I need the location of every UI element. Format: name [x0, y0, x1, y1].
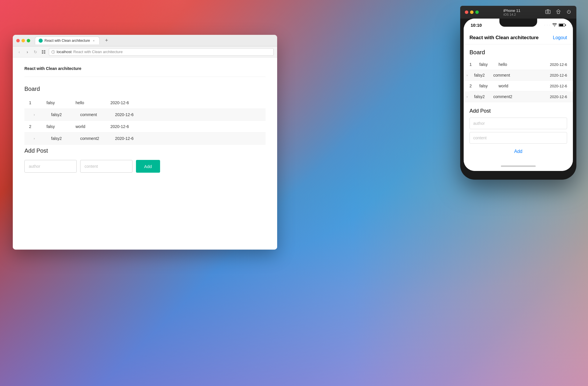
svg-rect-1 — [44, 50, 45, 52]
sim-device-os: iOS 14.2 — [503, 13, 521, 16]
row-author: falsy — [46, 124, 64, 129]
iphone-frame: 10:10 · · · — [460, 19, 576, 180]
simulator-titlebar: iPhone 11 iOS 14.2 — [460, 6, 576, 19]
add-post-button[interactable]: Add — [136, 160, 160, 173]
row-date: 2020-12-6 — [110, 124, 129, 129]
tab-title: React with Clean architecture — [44, 39, 90, 43]
table-row: › falsy2 comment 2020-12-6 — [464, 70, 573, 81]
add-post-title: Add Post — [24, 147, 266, 154]
browser-addressbar: ‹ › ↻ localhost React with Clean archite… — [13, 46, 277, 57]
wifi-icon — [552, 23, 557, 27]
app-content: Board 1 falsy hello 2020-12-6 › falsy2 c… — [464, 44, 573, 161]
svg-rect-7 — [557, 12, 560, 14]
sim-maximize-button[interactable] — [475, 10, 479, 14]
browser-content: React with Clean architecture Board 1 fa… — [13, 57, 277, 250]
svg-rect-0 — [42, 50, 43, 52]
simulator-container: iPhone 11 iOS 14.2 — [460, 6, 576, 180]
nav-refresh-button[interactable]: ↻ — [33, 49, 38, 55]
svg-rect-2 — [42, 52, 43, 54]
new-tab-button[interactable]: + — [103, 37, 110, 44]
row-date: 2020-12-6 — [550, 73, 567, 77]
row-date: 2020-12-6 — [550, 95, 567, 99]
sim-minimize-button[interactable] — [470, 10, 474, 14]
tab-close-button[interactable]: × — [92, 39, 96, 43]
page-title: React with Clean architecture — [24, 63, 266, 77]
app-content-input[interactable] — [469, 132, 567, 144]
svg-rect-5 — [546, 10, 550, 14]
iphone-status-icons: · · · — [544, 23, 566, 27]
row-date: 2020-12-6 — [110, 100, 129, 105]
browser-window: React with Clean architecture × + ‹ › ↻ … — [13, 35, 277, 250]
app-add-post-section: Add Post Add — [469, 108, 567, 156]
battery-icon — [559, 24, 566, 27]
row-chevron: › — [34, 113, 40, 116]
row-content: hello — [76, 100, 99, 105]
svg-rect-3 — [44, 52, 45, 54]
table-row: 2 falsy world 2020-12-6 — [24, 121, 266, 133]
table-row: › falsy2 comment 2020-12-6 — [24, 109, 266, 121]
table-row: 2 falsy world 2020-12-6 — [469, 81, 567, 91]
tab-favicon — [39, 39, 43, 43]
app-title: React with Clean architecture — [469, 35, 539, 41]
sim-power-icon[interactable] — [566, 9, 572, 16]
row-chevron: › — [467, 95, 469, 98]
content-input[interactable] — [80, 160, 132, 173]
iphone-home-indicator — [464, 161, 573, 171]
app-board-table: 1 falsy hello 2020-12-6 › falsy2 comment… — [469, 59, 567, 102]
nav-forward-button[interactable]: › — [24, 49, 30, 55]
nav-back-button[interactable]: ‹ — [16, 49, 22, 55]
row-chevron: › — [34, 137, 40, 140]
row-author: falsy — [479, 62, 494, 67]
logout-button[interactable]: Logout — [553, 35, 567, 40]
iphone-screen: 10:10 · · · — [464, 19, 573, 171]
sim-traffic-lights — [465, 10, 479, 14]
browser-titlebar: React with Clean architecture × + — [13, 35, 277, 46]
maximize-button[interactable] — [27, 39, 30, 42]
table-row: › falsy2 comment2 2020-12-6 — [24, 133, 266, 145]
row-author: falsy — [479, 84, 494, 88]
svg-point-6 — [547, 11, 549, 13]
row-content: world — [76, 124, 99, 129]
address-bar[interactable]: localhost React with Clean architecture — [49, 48, 274, 56]
row-content: comment2 — [80, 136, 103, 141]
app-add-post-title: Add Post — [469, 108, 567, 114]
row-content: world — [499, 84, 545, 88]
board-table: 1 falsy hello 2020-12-6 › falsy2 comment… — [24, 97, 266, 145]
browser-tab[interactable]: React with Clean architecture × — [35, 37, 100, 44]
row-content: comment — [493, 73, 545, 77]
sim-close-button[interactable] — [465, 10, 468, 14]
nav-extensions-button[interactable] — [41, 49, 46, 55]
row-author: falsy — [46, 100, 64, 105]
author-input[interactable] — [24, 160, 77, 173]
app-header: React with Clean architecture Logout — [464, 31, 573, 44]
close-button[interactable] — [16, 39, 20, 42]
address-host: localhost — [57, 50, 71, 54]
row-number: 1 — [29, 100, 35, 105]
app-author-input[interactable] — [469, 118, 567, 129]
table-row: 1 falsy hello 2020-12-6 — [469, 59, 567, 70]
row-date: 2020-12-6 — [115, 136, 134, 141]
table-row: 1 falsy hello 2020-12-6 — [24, 97, 266, 109]
sim-device-name: iPhone 11 — [503, 8, 521, 13]
minimize-button[interactable] — [21, 39, 25, 42]
table-row: › falsy2 comment2 2020-12-6 — [464, 91, 573, 102]
row-content: comment — [80, 112, 103, 117]
sim-toolbar — [545, 9, 572, 16]
home-bar — [501, 165, 536, 167]
row-number: 1 — [469, 62, 475, 67]
sim-screenshot-icon[interactable] — [545, 9, 551, 16]
row-author: falsy2 — [474, 94, 489, 99]
row-date: 2020-12-6 — [550, 84, 567, 88]
row-date: 2020-12-6 — [115, 112, 134, 117]
row-chevron: › — [467, 73, 469, 77]
row-author: falsy2 — [51, 136, 69, 141]
address-path: React with Clean architecture — [73, 50, 123, 54]
app-add-button[interactable]: Add — [469, 147, 567, 156]
app-board-title: Board — [469, 49, 567, 56]
signal-dots-icon: · · · — [544, 24, 551, 26]
sim-home-icon[interactable] — [555, 9, 561, 16]
row-author: falsy2 — [474, 73, 489, 77]
sim-device-info: iPhone 11 iOS 14.2 — [503, 8, 521, 16]
iphone-status-bar: 10:10 · · · — [464, 19, 573, 31]
add-post-section: Add Post Add — [24, 147, 266, 173]
